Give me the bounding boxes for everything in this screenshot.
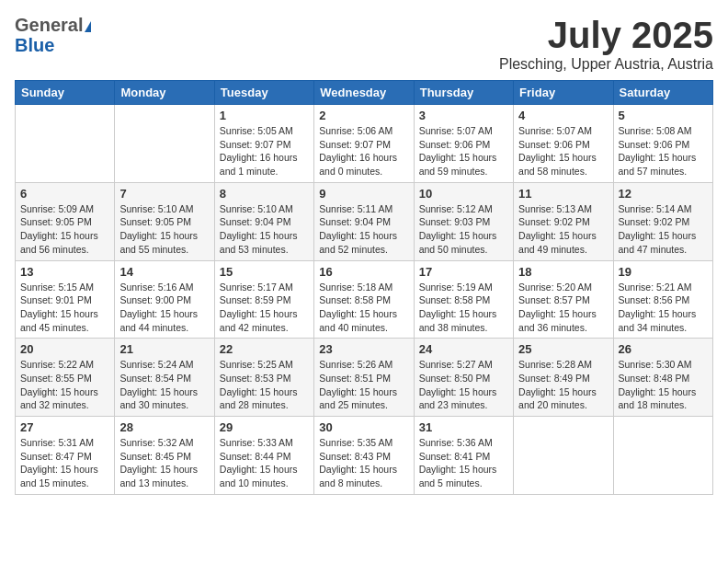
day-info: Sunrise: 5:05 AM Sunset: 9:07 PM Dayligh… (220, 124, 309, 178)
day-number: 3 (419, 109, 508, 122)
calendar-cell-3-2: 14Sunrise: 5:16 AM Sunset: 9:00 PM Dayli… (115, 260, 214, 339)
weekday-header-row: Sunday Monday Tuesday Wednesday Thursday… (16, 81, 713, 105)
day-number: 2 (319, 109, 408, 122)
calendar-cell-1-7: 5Sunrise: 5:08 AM Sunset: 9:06 PM Daylig… (613, 105, 712, 183)
day-info: Sunrise: 5:10 AM Sunset: 9:04 PM Dayligh… (220, 202, 309, 257)
calendar-cell-4-5: 24Sunrise: 5:27 AM Sunset: 8:50 PM Dayli… (414, 339, 513, 417)
header-saturday: Saturday (613, 81, 712, 105)
day-number: 13 (20, 265, 109, 279)
day-info: Sunrise: 5:22 AM Sunset: 8:55 PM Dayligh… (20, 358, 109, 412)
calendar-cell-3-7: 19Sunrise: 5:21 AM Sunset: 8:56 PM Dayli… (613, 260, 712, 339)
day-number: 30 (319, 420, 408, 434)
day-info: Sunrise: 5:27 AM Sunset: 8:50 PM Dayligh… (419, 358, 508, 412)
day-number: 27 (20, 420, 109, 434)
day-number: 11 (518, 187, 608, 201)
day-info: Sunrise: 5:26 AM Sunset: 8:51 PM Dayligh… (319, 358, 408, 412)
day-info: Sunrise: 5:30 AM Sunset: 8:48 PM Dayligh… (619, 358, 708, 412)
day-info: Sunrise: 5:08 AM Sunset: 9:06 PM Dayligh… (619, 124, 708, 178)
calendar-cell-4-6: 25Sunrise: 5:28 AM Sunset: 8:49 PM Dayli… (514, 339, 613, 417)
calendar-cell-2-7: 12Sunrise: 5:14 AM Sunset: 9:02 PM Dayli… (613, 182, 712, 260)
calendar-cell-1-2 (115, 105, 214, 183)
week-row-5: 27Sunrise: 5:31 AM Sunset: 8:47 PM Dayli… (16, 417, 713, 495)
calendar-location: Plesching, Upper Austria, Austria (499, 56, 713, 73)
day-number: 1 (220, 109, 309, 122)
calendar-cell-5-5: 31Sunrise: 5:36 AM Sunset: 8:41 PM Dayli… (414, 417, 513, 495)
day-info: Sunrise: 5:25 AM Sunset: 8:53 PM Dayligh… (220, 358, 309, 412)
day-number: 5 (619, 109, 708, 122)
day-number: 26 (619, 342, 708, 356)
calendar-cell-2-4: 9Sunrise: 5:11 AM Sunset: 9:04 PM Daylig… (314, 182, 414, 260)
day-number: 22 (220, 342, 309, 356)
day-number: 6 (20, 187, 109, 201)
calendar-cell-5-1: 27Sunrise: 5:31 AM Sunset: 8:47 PM Dayli… (16, 417, 115, 495)
calendar-cell-1-4: 2Sunrise: 5:06 AM Sunset: 9:07 PM Daylig… (314, 105, 414, 183)
calendar-cell-4-7: 26Sunrise: 5:30 AM Sunset: 8:48 PM Dayli… (613, 339, 712, 417)
day-info: Sunrise: 5:20 AM Sunset: 8:57 PM Dayligh… (518, 281, 608, 335)
day-info: Sunrise: 5:11 AM Sunset: 9:04 PM Dayligh… (319, 202, 408, 257)
day-number: 25 (518, 342, 608, 356)
calendar-cell-4-2: 21Sunrise: 5:24 AM Sunset: 8:54 PM Dayli… (115, 339, 214, 417)
logo-general: General (15, 15, 91, 35)
week-row-1: 1Sunrise: 5:05 AM Sunset: 9:07 PM Daylig… (16, 105, 713, 183)
calendar-table: Sunday Monday Tuesday Wednesday Thursday… (15, 80, 713, 495)
week-row-2: 6Sunrise: 5:09 AM Sunset: 9:05 PM Daylig… (16, 182, 713, 260)
day-info: Sunrise: 5:07 AM Sunset: 9:06 PM Dayligh… (518, 124, 608, 178)
calendar-cell-4-4: 23Sunrise: 5:26 AM Sunset: 8:51 PM Dayli… (314, 339, 414, 417)
day-info: Sunrise: 5:33 AM Sunset: 8:44 PM Dayligh… (220, 436, 309, 490)
calendar-cell-1-5: 3Sunrise: 5:07 AM Sunset: 9:06 PM Daylig… (414, 105, 513, 183)
day-info: Sunrise: 5:32 AM Sunset: 8:45 PM Dayligh… (119, 436, 209, 490)
day-number: 15 (220, 265, 309, 279)
logo-text: General Blue (15, 15, 91, 55)
day-number: 16 (319, 265, 408, 279)
day-info: Sunrise: 5:10 AM Sunset: 9:05 PM Dayligh… (119, 202, 209, 257)
logo-blue: Blue (15, 35, 54, 55)
day-info: Sunrise: 5:09 AM Sunset: 9:05 PM Dayligh… (20, 202, 109, 257)
day-number: 14 (119, 265, 209, 279)
title-block: July 2025 Plesching, Upper Austria, Aust… (499, 15, 713, 73)
day-number: 20 (20, 342, 109, 356)
calendar-cell-4-3: 22Sunrise: 5:25 AM Sunset: 8:53 PM Dayli… (214, 339, 313, 417)
day-number: 8 (220, 187, 309, 201)
week-row-4: 20Sunrise: 5:22 AM Sunset: 8:55 PM Dayli… (16, 339, 713, 417)
logo: General Blue (15, 15, 91, 55)
day-number: 24 (419, 342, 508, 356)
header-friday: Friday (514, 81, 613, 105)
header-tuesday: Tuesday (214, 81, 313, 105)
day-info: Sunrise: 5:18 AM Sunset: 8:58 PM Dayligh… (319, 281, 408, 335)
day-info: Sunrise: 5:36 AM Sunset: 8:41 PM Dayligh… (419, 436, 508, 490)
day-number: 19 (619, 265, 708, 279)
calendar-cell-5-2: 28Sunrise: 5:32 AM Sunset: 8:45 PM Dayli… (115, 417, 214, 495)
calendar-cell-3-4: 16Sunrise: 5:18 AM Sunset: 8:58 PM Dayli… (314, 260, 414, 339)
day-info: Sunrise: 5:17 AM Sunset: 8:59 PM Dayligh… (220, 281, 309, 335)
day-info: Sunrise: 5:06 AM Sunset: 9:07 PM Dayligh… (319, 124, 408, 178)
day-info: Sunrise: 5:24 AM Sunset: 8:54 PM Dayligh… (119, 358, 209, 412)
day-number: 31 (419, 420, 508, 434)
page-header: General Blue July 2025 Plesching, Upper … (15, 15, 713, 73)
calendar-cell-5-6 (514, 417, 613, 495)
header-wednesday: Wednesday (314, 81, 414, 105)
day-number: 10 (419, 187, 508, 201)
day-number: 17 (419, 265, 508, 279)
day-number: 28 (119, 420, 209, 434)
calendar-cell-1-3: 1Sunrise: 5:05 AM Sunset: 9:07 PM Daylig… (214, 105, 313, 183)
calendar-cell-5-4: 30Sunrise: 5:35 AM Sunset: 8:43 PM Dayli… (314, 417, 414, 495)
calendar-cell-1-1 (16, 105, 115, 183)
day-number: 29 (220, 420, 309, 434)
calendar-cell-5-3: 29Sunrise: 5:33 AM Sunset: 8:44 PM Dayli… (214, 417, 313, 495)
day-info: Sunrise: 5:12 AM Sunset: 9:03 PM Dayligh… (419, 202, 508, 257)
week-row-3: 13Sunrise: 5:15 AM Sunset: 9:01 PM Dayli… (16, 260, 713, 339)
day-number: 23 (319, 342, 408, 356)
day-number: 4 (518, 109, 608, 122)
day-info: Sunrise: 5:07 AM Sunset: 9:06 PM Dayligh… (419, 124, 508, 178)
calendar-cell-4-1: 20Sunrise: 5:22 AM Sunset: 8:55 PM Dayli… (16, 339, 115, 417)
day-info: Sunrise: 5:21 AM Sunset: 8:56 PM Dayligh… (619, 281, 708, 335)
calendar-cell-3-5: 17Sunrise: 5:19 AM Sunset: 8:58 PM Dayli… (414, 260, 513, 339)
calendar-cell-2-5: 10Sunrise: 5:12 AM Sunset: 9:03 PM Dayli… (414, 182, 513, 260)
day-number: 7 (119, 187, 209, 201)
day-number: 21 (119, 342, 209, 356)
calendar-cell-2-1: 6Sunrise: 5:09 AM Sunset: 9:05 PM Daylig… (16, 182, 115, 260)
day-number: 18 (518, 265, 608, 279)
calendar-cell-2-6: 11Sunrise: 5:13 AM Sunset: 9:02 PM Dayli… (514, 182, 613, 260)
day-number: 9 (319, 187, 408, 201)
calendar-cell-3-6: 18Sunrise: 5:20 AM Sunset: 8:57 PM Dayli… (514, 260, 613, 339)
